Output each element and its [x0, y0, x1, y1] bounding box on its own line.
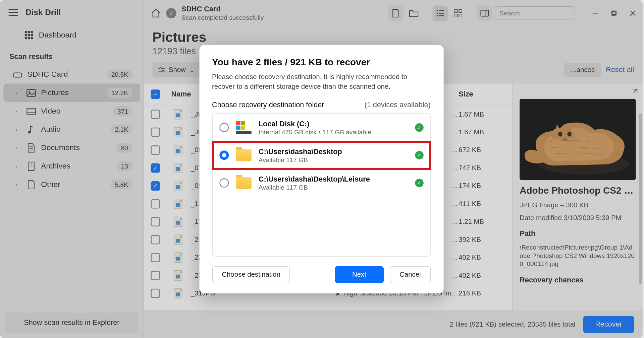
choose-destination-label: Choose recovery destination folder	[212, 100, 324, 109]
folder-icon	[236, 149, 251, 161]
check-icon: ✓	[415, 179, 423, 187]
destination-name: C:\Users\dasha\Desktop	[259, 147, 408, 156]
modal-title: You have 2 files / 921 KB to recover	[212, 57, 431, 68]
destination-row[interactable]: Local Disk (C:) Internal 475 GB disk • 1…	[212, 114, 430, 142]
modal-description: Please choose recovery destination. It i…	[212, 72, 431, 91]
destination-sub: Internal 475 GB disk • 117 GB available	[259, 128, 408, 136]
check-icon: ✓	[415, 151, 423, 159]
destination-row[interactable]: C:\Users\dasha\Desktop Available 117 GB …	[212, 141, 430, 169]
next-button[interactable]: Next	[335, 266, 384, 283]
modal-overlay: You have 2 files / 921 KB to recover Ple…	[0, 0, 643, 338]
destination-name: Local Disk (C:)	[259, 120, 408, 128]
choose-destination-button[interactable]: Choose destination	[212, 266, 290, 283]
disk-icon	[236, 121, 251, 134]
destination-radio[interactable]	[219, 179, 229, 188]
recovery-destination-modal: You have 2 files / 921 KB to recover Ple…	[199, 45, 443, 293]
folder-icon	[236, 177, 251, 189]
devices-available: (1 devices available)	[365, 100, 431, 109]
check-icon: ✓	[415, 123, 423, 132]
destination-radio[interactable]	[219, 151, 229, 160]
cancel-button[interactable]: Cancel	[390, 266, 431, 283]
destination-row[interactable]: C:\Users\dasha\Desktop\Leisure Available…	[212, 169, 430, 197]
destination-sub: Available 117 GB	[259, 156, 408, 163]
destination-sub: Available 117 GB	[259, 184, 408, 191]
destination-radio[interactable]	[219, 123, 229, 132]
destination-list: Local Disk (C:) Internal 475 GB disk • 1…	[212, 113, 431, 257]
destination-name: C:\Users\dasha\Desktop\Leisure	[259, 175, 408, 184]
